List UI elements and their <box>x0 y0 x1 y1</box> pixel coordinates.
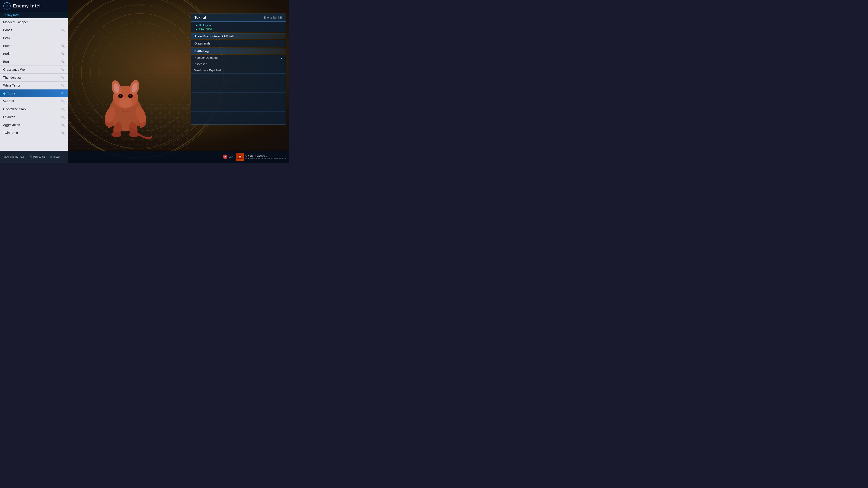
search-icon-9[interactable]: 🔍 <box>61 92 65 95</box>
search-icon-4[interactable]: 🔍 <box>61 52 65 56</box>
time-value: 018:17:51 <box>33 155 45 158</box>
areas-value: Grasslands <box>194 41 211 45</box>
breadcrumb: Enemy Intel <box>0 12 68 18</box>
header-icon: ⊕ <box>3 2 11 9</box>
enemy-name-label-14: Twin Brain <box>3 131 61 135</box>
search-icon-12[interactable]: 🔍 <box>61 116 65 119</box>
svg-point-28 <box>129 95 131 96</box>
battle-log-empty-7 <box>191 111 286 118</box>
gg-logo-icon: GG <box>236 153 244 161</box>
enemy-list-item-5[interactable]: Burt🔍 <box>0 58 68 66</box>
battle-log-row-0: Number Defeated 7 <box>191 55 286 61</box>
svg-point-27 <box>120 95 121 96</box>
battle-log-label-0: Number Defeated <box>194 56 218 59</box>
enemy-name-label-1: Bandit <box>3 28 61 32</box>
enemy-name-label-4: Burke <box>3 52 61 56</box>
search-icon-14[interactable]: 🔍 <box>61 131 65 135</box>
confirm-label: Cor <box>228 156 232 158</box>
left-panel: ⊕ Enemy Intel Enemy Intel Modded Sweeper… <box>0 0 68 163</box>
enemy-number: Enemy No. 036 <box>264 16 283 19</box>
type-tags: ▶ Biological ▶ Grounded <box>191 22 286 32</box>
enemy-name-label-3: Butch <box>3 44 61 48</box>
enemy-name-label-13: Aggrevrikon <box>3 123 61 127</box>
svg-point-24 <box>119 98 132 108</box>
search-icon-5[interactable]: 🔍 <box>61 60 65 64</box>
search-icon-8[interactable]: 🔍 <box>61 84 65 87</box>
status-left: View enemy intel. ⏱ 018:17:51 ⊙ 9,224 <box>3 155 60 159</box>
enemy-name-label-10: Venorat <box>3 99 61 103</box>
search-icon-13[interactable]: 🔍 <box>61 123 65 127</box>
enemy-list-item-6[interactable]: Grasslands Wolf🔍 <box>0 66 68 74</box>
search-icon-3[interactable]: 🔍 <box>61 44 65 48</box>
enemy-list-item-7[interactable]: Thunderclaw🔍 <box>0 74 68 82</box>
enemy-name-label-6: Grasslands Wolf <box>3 68 61 71</box>
battle-log-empty-6 <box>191 105 286 111</box>
money-value: 9,224 <box>53 155 60 158</box>
battle-log-label-2: Weakness Exploited <box>194 69 221 72</box>
enemy-list-container: Modded SweeperBandit🔍BeckButch🔍Burke🔍Bur… <box>0 18 68 163</box>
header-title: Enemy Intel <box>13 3 41 8</box>
search-icon-7[interactable]: 🔍 <box>61 76 65 79</box>
svg-point-39 <box>112 132 121 137</box>
gg-title: GAMER GUIDES <box>246 155 286 157</box>
enemy-list-item-11[interactable]: Crystalline Crab🔍 <box>0 105 68 113</box>
type-grounded: ▶ Grounded <box>196 27 283 31</box>
enemy-list-item-8[interactable]: White Terror🔍 <box>0 82 68 90</box>
gg-text: GAMER GUIDES CHARACTER DESIGN: YOSHITAKA… <box>246 155 286 159</box>
gamer-guides-logo: GG GAMER GUIDES CHARACTER DESIGN: YOSHIT… <box>236 153 286 161</box>
confirm-button-icon[interactable]: ✕ <box>223 155 227 159</box>
battle-log-empty-8 <box>191 118 286 124</box>
status-bar: View enemy intel. ⏱ 018:17:51 ⊙ 9,224 ✕ … <box>0 151 289 163</box>
enemy-list-item-9[interactable]: ◆Toxirat🔍 <box>0 90 68 97</box>
enemy-name-label-11: Crystalline Crab <box>3 107 61 111</box>
battle-log-label-1: Assessed <box>194 62 207 66</box>
enemy-name-label-2: Beck <box>3 36 65 40</box>
enemy-name-label-5: Burt <box>3 60 61 64</box>
enemy-list-item-14[interactable]: Twin Brain🔍 <box>0 129 68 137</box>
enemy-list-item-3[interactable]: Butch🔍 <box>0 42 68 50</box>
money-icon: ⊙ <box>50 155 52 159</box>
enemy-list-item-10[interactable]: Venorat🔍 <box>0 97 68 105</box>
areas-section-header: Areas Encountered / Affiliation <box>191 33 286 39</box>
enemy-name: Toxirat <box>194 15 206 20</box>
battle-log-row-1: Assessed <box>191 61 286 67</box>
enemy-name-header: Toxirat Enemy No. 036 <box>191 13 286 22</box>
enemy-name-label-12: Levrikon <box>3 115 61 119</box>
battle-log-empty-2 <box>191 80 286 86</box>
battle-log-content: Number Defeated 7 Assessed Weakness Expl… <box>191 55 286 125</box>
enemy-list-item-13[interactable]: Aggrevrikon🔍 <box>0 121 68 129</box>
enemy-list-item-4[interactable]: Burke🔍 <box>0 50 68 58</box>
enemy-name-label-7: Thunderclaw <box>3 76 61 79</box>
svg-text:GG: GG <box>239 156 241 158</box>
enemy-list: Modded SweeperBandit🔍BeckButch🔍Burke🔍Bur… <box>0 18 68 163</box>
creature-display <box>63 18 188 149</box>
header: ⊕ Enemy Intel <box>0 0 68 12</box>
enemy-list-item-1[interactable]: Bandit🔍 <box>0 26 68 34</box>
search-icon-11[interactable]: 🔍 <box>61 107 65 111</box>
battle-log-section-header: Battle Log <box>191 48 286 54</box>
search-icon-6[interactable]: 🔍 <box>61 68 65 71</box>
enemy-list-item-2[interactable]: Beck <box>0 34 68 42</box>
type-biological: ▶ Biological <box>196 24 283 27</box>
search-icon-1[interactable]: 🔍 <box>61 29 65 32</box>
enemy-list-item-12[interactable]: Levrikon🔍 <box>0 113 68 121</box>
battle-log-value-0: 7 <box>281 56 283 59</box>
battle-log-empty-5 <box>191 99 286 105</box>
search-icon-10[interactable]: 🔍 <box>61 100 65 103</box>
enemy-name-label-8: White Terror <box>3 84 61 87</box>
battle-log-empty-1 <box>191 74 286 80</box>
bottom-right-controls: ✕ Cor GG GAMER GUIDES CHARACTER DESIGN: … <box>223 153 286 161</box>
battle-log-empty-3 <box>191 86 286 93</box>
enemy-list-item-0[interactable]: Modded Sweeper <box>0 18 68 26</box>
time-icon: ⏱ <box>29 155 32 159</box>
status-hint: View enemy intel. <box>3 155 25 158</box>
selected-arrow-icon: ◆ <box>3 92 6 95</box>
time-item: ⏱ 018:17:51 <box>29 155 45 159</box>
battle-log-empty-4 <box>191 93 286 99</box>
money-item: ⊙ 9,224 <box>50 155 60 159</box>
battle-log-row-2: Weakness Exploited <box>191 67 286 74</box>
creature-svg <box>94 68 157 140</box>
control-hint-confirm: ✕ Cor <box>223 155 232 159</box>
enemy-name-label-9: Toxirat <box>7 92 61 95</box>
areas-content: Grasslands <box>191 40 286 47</box>
